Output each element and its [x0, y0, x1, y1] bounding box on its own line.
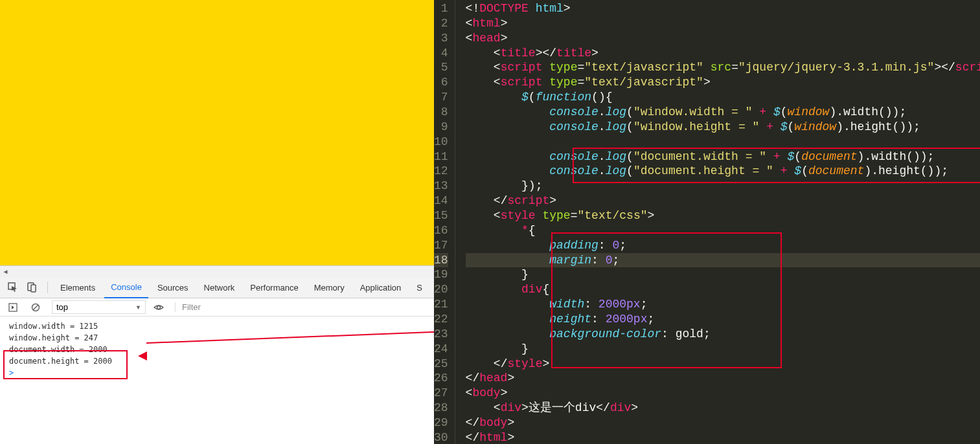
- line-number[interactable]: 9: [434, 120, 448, 135]
- line-number[interactable]: 1: [434, 1, 448, 16]
- line-number[interactable]: 3: [434, 31, 448, 46]
- svg-rect-2: [31, 285, 36, 292]
- code-line: </body>: [466, 416, 980, 430]
- line-number[interactable]: 11: [434, 150, 448, 164]
- code-line: </head>: [466, 371, 980, 386]
- device-toggle-icon[interactable]: [25, 281, 38, 294]
- line-number[interactable]: 4: [434, 46, 448, 61]
- tab-network[interactable]: Network: [198, 278, 242, 298]
- code-line: <script type="text/javascript" src="jque…: [466, 60, 980, 75]
- code-line: <head>: [466, 31, 980, 46]
- code-line: console.log("window.height = " + $(windo…: [466, 120, 980, 135]
- line-number[interactable]: 16: [434, 223, 448, 238]
- filter-input[interactable]: Filter: [175, 302, 434, 312]
- code-line: <!DOCTYPE html>: [466, 1, 980, 16]
- page-preview-area: [0, 0, 434, 265]
- line-number[interactable]: 24: [434, 342, 448, 357]
- clear-console-icon[interactable]: [29, 301, 42, 314]
- console-line: window.width = 1215: [9, 320, 431, 332]
- annotation-box-code-document: [573, 148, 980, 183]
- code-line: </script>: [466, 194, 980, 208]
- line-number[interactable]: 28: [434, 401, 448, 416]
- code-line: <script type="text/javascript">: [466, 75, 980, 90]
- code-line: <html>: [466, 16, 980, 31]
- annotation-box-code-style: [551, 232, 782, 368]
- code-line: <style type="text/css">: [466, 208, 980, 223]
- tab-sources[interactable]: Sources: [151, 278, 195, 298]
- code-line: console.log("window.width = " + $(window…: [466, 105, 980, 120]
- line-number[interactable]: 18: [434, 253, 448, 268]
- line-number[interactable]: 10: [434, 135, 448, 150]
- devtools-tabbar: Elements Console Sources Network Perform…: [0, 277, 434, 298]
- annotation-box-console: [3, 350, 128, 379]
- code-line: <div>这是一个div</div>: [466, 401, 980, 416]
- line-number[interactable]: 13: [434, 179, 448, 194]
- line-number-gutter: 1 2 3 4 5 6 7 8 9 10 11 12 13 14 15 16 1…: [434, 0, 455, 444]
- line-number[interactable]: 19: [434, 267, 448, 282]
- line-number[interactable]: 7: [434, 90, 448, 105]
- annotation-arrow-head-icon: [138, 351, 147, 361]
- console-toolbar: top▼ Filter: [0, 298, 434, 316]
- line-number[interactable]: 22: [434, 312, 448, 327]
- code-line: <body>: [466, 386, 980, 401]
- line-number[interactable]: 15: [434, 208, 448, 223]
- code-editor-pane: 1 2 3 4 5 6 7 8 9 10 11 12 13 14 15 16 1…: [434, 0, 980, 444]
- svg-point-6: [157, 305, 161, 309]
- svg-line-5: [33, 305, 38, 310]
- horizontal-scrollbar[interactable]: ◄: [0, 265, 434, 277]
- line-number[interactable]: 26: [434, 371, 448, 386]
- dropdown-arrow-icon: ▼: [135, 304, 141, 311]
- inspect-icon[interactable]: [6, 281, 19, 294]
- line-number[interactable]: 27: [434, 386, 448, 401]
- code-line: $(function(){: [466, 90, 980, 105]
- line-number[interactable]: 2: [434, 16, 448, 31]
- tab-performance[interactable]: Performance: [244, 278, 304, 298]
- line-number[interactable]: 30: [434, 430, 448, 444]
- scroll-left-arrow-icon[interactable]: ◄: [0, 266, 11, 277]
- code-area[interactable]: <!DOCTYPE html> <html> <head> <title></t…: [455, 0, 980, 444]
- tab-security-truncated[interactable]: S: [410, 278, 429, 298]
- line-number[interactable]: 6: [434, 75, 448, 90]
- line-number[interactable]: 25: [434, 357, 448, 372]
- tab-application[interactable]: Application: [354, 278, 408, 298]
- tab-memory[interactable]: Memory: [308, 278, 351, 298]
- line-number[interactable]: 12: [434, 164, 448, 179]
- line-number[interactable]: 20: [434, 282, 448, 297]
- code-line: </html>: [466, 430, 980, 444]
- line-number[interactable]: 23: [434, 327, 448, 342]
- line-number[interactable]: 8: [434, 105, 448, 120]
- line-number[interactable]: 17: [434, 238, 448, 253]
- line-number[interactable]: 14: [434, 194, 448, 208]
- tab-elements[interactable]: Elements: [54, 278, 102, 298]
- code-line: <title></title>: [466, 46, 980, 61]
- sidebar-toggle-icon[interactable]: [6, 301, 19, 314]
- line-number[interactable]: 29: [434, 416, 448, 430]
- divider: [47, 282, 48, 293]
- line-number[interactable]: 21: [434, 297, 448, 312]
- context-select[interactable]: top▼: [52, 300, 146, 314]
- tab-console[interactable]: Console: [104, 277, 148, 298]
- line-number[interactable]: 5: [434, 60, 448, 75]
- context-value: top: [56, 302, 68, 312]
- eye-icon[interactable]: [152, 301, 165, 314]
